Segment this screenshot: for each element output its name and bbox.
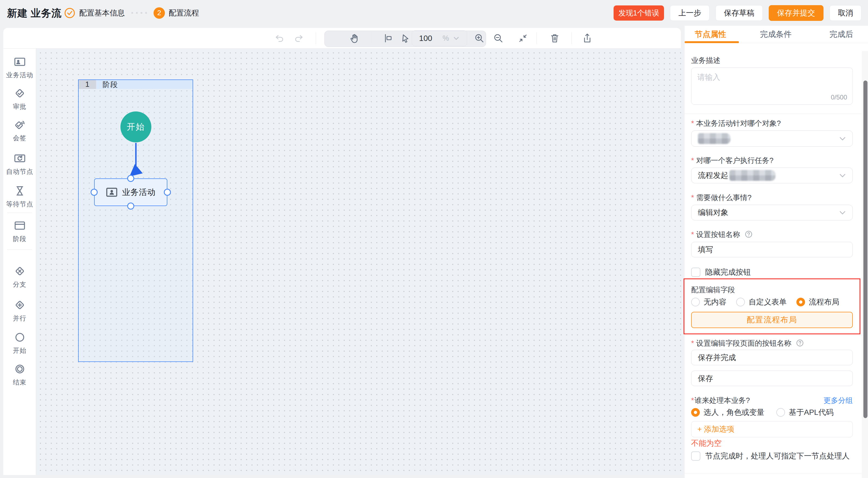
node-port-top[interactable] (127, 175, 134, 182)
target-object-select[interactable] (691, 130, 853, 147)
palette-item-approval[interactable]: 审批 (3, 87, 36, 111)
required-mark: * (691, 230, 694, 238)
checkbox[interactable] (691, 451, 701, 460)
page-title-new: 新建 (7, 8, 28, 19)
diamond-x-icon (13, 265, 26, 277)
palette-item-label: 并行 (3, 314, 36, 323)
help-icon[interactable] (745, 230, 752, 238)
required-mark: * (691, 396, 694, 405)
auto-loop-icon (13, 152, 26, 165)
save-submit-button[interactable]: 保存并提交 (769, 5, 824, 21)
add-option-button[interactable]: + 添加选项 (691, 421, 853, 437)
chevron-down-icon[interactable] (453, 35, 460, 42)
stage-header[interactable]: 1 阶段 (79, 80, 193, 89)
help-icon[interactable] (796, 339, 804, 347)
node-port-bottom[interactable] (127, 202, 134, 210)
zoom-value[interactable]: 100 (419, 34, 432, 43)
more-groups-link[interactable]: 更多分组 (824, 395, 853, 405)
redo-button[interactable] (291, 31, 307, 46)
palette-item-parallel[interactable]: 并行 (3, 299, 36, 323)
step1-label[interactable]: 配置基本信息 (79, 8, 125, 18)
fit-to-screen-button[interactable] (516, 31, 531, 46)
flow-canvas[interactable]: 1 阶段 开始 业务活动 (36, 49, 684, 475)
zoom-out-button[interactable] (491, 31, 506, 46)
radio-dot[interactable] (691, 298, 700, 307)
step2-label[interactable]: 配置流程 (169, 8, 199, 18)
palette-item-countersign[interactable]: 会签 (3, 119, 36, 142)
palette-item-auto-node[interactable]: 自动节点 (3, 152, 36, 176)
radio-dot-selected[interactable] (796, 298, 805, 307)
save-and-complete-input[interactable] (691, 350, 853, 365)
palette-item-label: 自动节点 (3, 167, 36, 176)
toolbar-separator (536, 32, 537, 44)
required-mark: * (691, 156, 694, 165)
button-name-input[interactable] (691, 242, 853, 257)
palette-item-end[interactable]: 结束 (3, 363, 36, 387)
diamond-check-multi-icon (13, 119, 26, 131)
palette-item-stage[interactable]: 阶段 (3, 219, 36, 243)
page-title-type: 业务流 (31, 8, 62, 19)
action-select[interactable]: 编辑对象 (691, 205, 853, 220)
action-label: *需要做什么事情? (691, 193, 752, 202)
required-mark: * (691, 339, 694, 347)
edit-fields-radio-group: 无内容 自定义表单 流程布局 (691, 297, 839, 307)
pan-tool-button[interactable] (347, 31, 362, 46)
palette-item-label: 分支 (3, 280, 36, 289)
customer-select[interactable]: 流程发起 (691, 167, 853, 183)
zoom-level-control[interactable]: 100 % (412, 30, 467, 46)
chevron-down-icon (838, 209, 846, 217)
description-field-wrap: 0/500 (691, 67, 853, 105)
required-mark: * (691, 119, 694, 127)
assignee-radio-group: 选人，角色或变量 基于APL代码 (691, 407, 834, 418)
checkbox[interactable] (691, 267, 701, 277)
palette-item-start[interactable]: 开始 (3, 331, 36, 355)
description-textarea[interactable] (691, 68, 852, 92)
undo-button[interactable] (272, 31, 287, 46)
next-handler-checkbox-row[interactable]: 节点完成时，处理人可指定下一节点处理人 (691, 451, 849, 461)
cancel-button[interactable]: 取消 (830, 5, 862, 21)
radio-dot-selected[interactable] (691, 408, 700, 417)
activity-node-label: 业务活动 (122, 187, 156, 198)
radio-flow-layout[interactable]: 流程布局 (796, 297, 839, 307)
panel-scrollbar-thumb[interactable] (863, 81, 867, 418)
assignee-label: *谁来处理本业务? (691, 395, 750, 405)
chevron-down-icon (838, 171, 846, 180)
palette-item-branch[interactable]: 分支 (3, 265, 36, 289)
tab-completion-conditions[interactable]: 完成条件 (760, 29, 792, 40)
radio-custom-form[interactable]: 自定义表单 (736, 297, 786, 307)
save-input[interactable] (691, 371, 853, 386)
section-divider (685, 114, 862, 114)
zoom-in-button[interactable] (472, 31, 487, 46)
stage-title: 阶段 (102, 80, 118, 89)
radio-no-content[interactable]: 无内容 (691, 297, 726, 307)
validation-error-text: 不能为空 (691, 438, 721, 448)
zoom-percent-sign: % (442, 34, 449, 42)
hide-complete-checkbox-row[interactable]: 隐藏完成按钮 (691, 267, 751, 277)
save-draft-button[interactable]: 保存草稿 (716, 5, 763, 21)
tab-node-properties[interactable]: 节点属性 (695, 29, 726, 40)
node-port-right[interactable] (164, 189, 171, 196)
toolbar-separator (316, 32, 316, 44)
radio-dot[interactable] (776, 408, 785, 417)
palette-item-business-activity[interactable]: 业务活动 (3, 56, 36, 79)
hourglass-icon (13, 185, 26, 197)
palette-item-wait-node[interactable]: 等待节点 (3, 185, 36, 209)
step-done-check-icon (64, 7, 75, 19)
start-node[interactable]: 开始 (120, 111, 151, 142)
configure-flow-layout-button[interactable]: 配置流程布局 (691, 312, 853, 328)
button-name-label: *设置按钮名称 (691, 230, 752, 240)
prev-step-button[interactable]: 上一步 (670, 5, 710, 21)
delete-button[interactable] (547, 31, 562, 46)
toolbar-separator (571, 32, 572, 44)
align-tool-button[interactable] (380, 31, 396, 46)
palette-item-label: 业务活动 (3, 71, 36, 79)
radio-person-role-variable[interactable]: 选人，角色或变量 (691, 407, 764, 418)
business-activity-node[interactable]: 业务活动 (94, 179, 167, 206)
tab-after-completion[interactable]: 完成后 (830, 29, 853, 40)
panel-tabs: 节点属性 完成条件 完成后 (685, 26, 868, 43)
radio-apl-code[interactable]: 基于APL代码 (776, 407, 834, 418)
export-button[interactable] (580, 31, 595, 46)
radio-dot[interactable] (736, 298, 745, 307)
error-count-badge[interactable]: 发现1个错误 (614, 5, 664, 21)
node-port-left[interactable] (91, 189, 98, 196)
